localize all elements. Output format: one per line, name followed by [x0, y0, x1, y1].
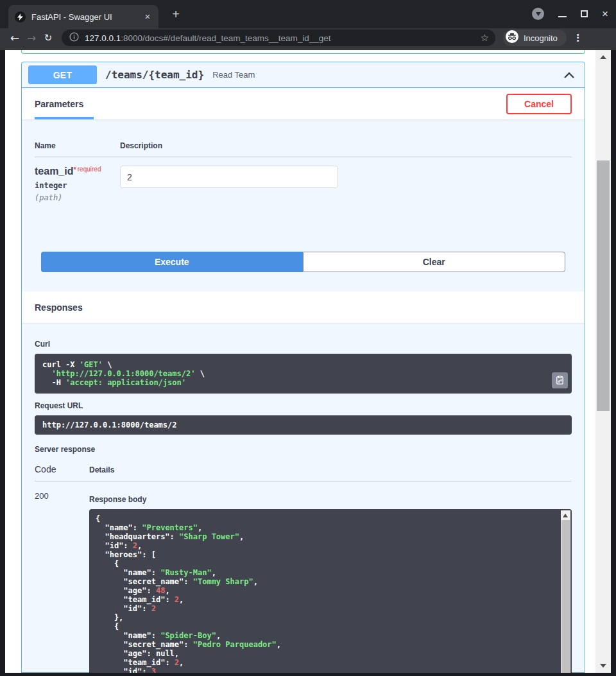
response-body-label: Response body [89, 495, 572, 504]
tab-parameters[interactable]: Parameters [35, 88, 83, 119]
window-close-button[interactable]: × [602, 10, 608, 19]
endpoint-path: /teams/{team_id} [105, 69, 204, 81]
column-header-description: Description [120, 141, 162, 150]
parameters-section-header: Parameters Cancel [22, 88, 585, 119]
tab-close-icon[interactable]: × [142, 11, 153, 22]
request-url-block: http://127.0.0.1:8000/teams/2 [35, 415, 572, 435]
responses-section-header: Responses [22, 291, 585, 323]
method-badge: GET [28, 65, 97, 84]
url-bar[interactable]: 127.0.0.1:8000/docs#/default/read_team_t… [62, 30, 495, 46]
bookmark-star-icon[interactable]: ☆ [481, 32, 489, 44]
curl-block: curl -X 'GET' \ 'http://127.0.0.1:8000/t… [35, 354, 572, 394]
server-response-label: Server response [35, 445, 572, 454]
endpoint-summary: Read Team [212, 70, 564, 80]
required-label: required [78, 166, 101, 173]
back-button[interactable]: ← [6, 31, 23, 44]
request-url-value: http://127.0.0.1:8000/teams/2 [35, 415, 572, 435]
status-code: 200 [35, 490, 89, 673]
fastapi-favicon-icon [15, 12, 26, 22]
site-info-icon[interactable] [69, 32, 79, 44]
parameter-name: team_id*required [35, 166, 120, 177]
incognito-badge: Incognito [503, 30, 567, 46]
parameter-location: (path) [35, 193, 120, 202]
parameter-type: integer [35, 181, 120, 190]
cancel-button[interactable]: Cancel [506, 94, 572, 114]
incognito-label: Incognito [524, 33, 558, 43]
team-id-input[interactable] [120, 166, 338, 188]
response-body-scrollbar[interactable] [561, 510, 570, 673]
copy-to-clipboard-button[interactable] [552, 372, 568, 388]
get-endpoint-block: GET /teams/{team_id} Read Team Parameter… [21, 62, 585, 673]
page-scroll-down-icon[interactable] [600, 664, 606, 668]
details-column-header: Details [89, 465, 114, 474]
active-tab-underline [35, 117, 94, 119]
window-bottom-border [0, 673, 616, 676]
page-scroll-up-icon[interactable] [600, 55, 606, 59]
maximize-button[interactable] [581, 10, 588, 17]
incognito-icon [506, 30, 518, 46]
code-column-header: Code [35, 464, 89, 474]
reload-button[interactable]: ↻ [40, 32, 56, 44]
curl-label: Curl [35, 340, 572, 349]
minimize-button[interactable] [558, 16, 567, 17]
browser-tab[interactable]: FastAPI - Swagger UI × [8, 5, 158, 28]
swagger-page: GET /teams/{team_id} Read Team Parameter… [5, 50, 595, 673]
required-star: * [73, 166, 76, 173]
collapse-chevron-icon[interactable] [564, 72, 574, 78]
parameter-row: team_id*required integer (path) [35, 157, 572, 234]
tab-search-icon[interactable] [532, 8, 544, 20]
page-scrollbar-thumb[interactable] [597, 160, 610, 411]
url-text[interactable]: 127.0.0.1:8000/docs#/default/read_team_t… [85, 33, 481, 43]
response-table-divider [35, 481, 572, 481]
response-scrollbar-thumb[interactable] [561, 520, 570, 673]
request-url-label: Request URL [35, 401, 572, 410]
column-header-name: Name [35, 141, 120, 150]
page-scrollbar[interactable] [595, 50, 611, 673]
endpoint-header[interactable]: GET /teams/{team_id} Read Team [22, 62, 585, 88]
response-body-block: { "name": "Preventers", "headquarters": … [89, 509, 572, 673]
responses-title: Responses [35, 302, 83, 313]
execute-button[interactable]: Execute [41, 252, 303, 272]
clear-button[interactable]: Clear [303, 252, 566, 272]
browser-toolbar: ← → ↻ 127.0.0.1:8000/docs#/default/read_… [0, 28, 616, 50]
tab-title: FastAPI - Swagger UI [31, 12, 142, 22]
browser-menu-icon[interactable]: ⋮ [573, 32, 583, 44]
forward-button[interactable]: → [23, 31, 40, 44]
previous-endpoint-block-edge [21, 50, 585, 54]
response-row: 200 Response body { "name": "Preventers"… [35, 490, 572, 673]
response-body-json: { "name": "Preventers", "headquarters": … [89, 509, 572, 673]
new-tab-button[interactable]: + [167, 6, 184, 23]
browser-titlebar: FastAPI - Swagger UI × + × [0, 0, 616, 28]
curl-command: curl -X 'GET' \ 'http://127.0.0.1:8000/t… [35, 354, 572, 394]
scroll-up-icon[interactable] [563, 514, 568, 517]
responses-body: Curl curl -X 'GET' \ 'http://127.0.0.1:8… [22, 323, 585, 673]
parameters-body: Name Description team_id*required intege… [22, 119, 585, 291]
